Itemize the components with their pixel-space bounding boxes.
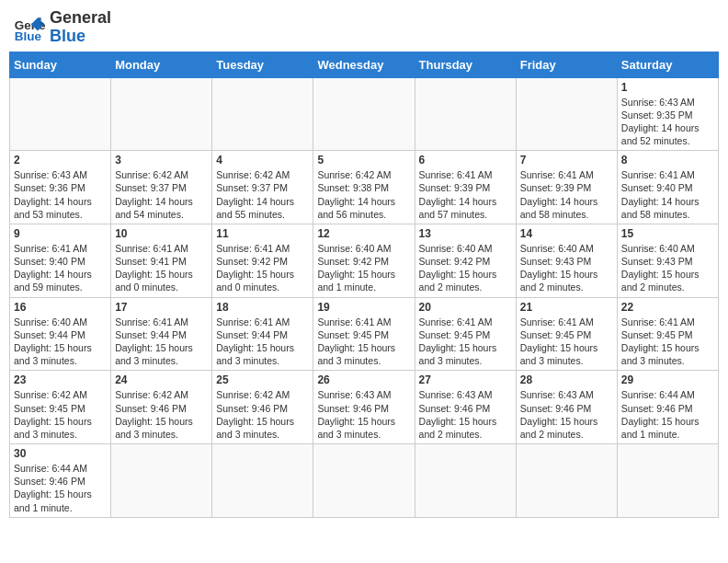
calendar-cell [212,77,313,151]
calendar-cell: 18Sunrise: 6:41 AM Sunset: 9:44 PM Dayli… [212,297,313,371]
calendar-cell [516,444,617,518]
weekday-header-thursday: Thursday [415,52,516,77]
calendar-cell: 12Sunrise: 6:40 AM Sunset: 9:42 PM Dayli… [313,224,415,297]
calendar-cell: 5Sunrise: 6:42 AM Sunset: 9:38 PM Daylig… [313,151,415,224]
day-info: Sunrise: 6:42 AM Sunset: 9:37 PM Dayligh… [115,168,208,221]
day-number: 21 [520,301,613,314]
calendar-cell: 24Sunrise: 6:42 AM Sunset: 9:46 PM Dayli… [111,371,212,444]
calendar-cell: 10Sunrise: 6:41 AM Sunset: 9:41 PM Dayli… [111,224,212,297]
calendar-cell: 29Sunrise: 6:44 AM Sunset: 9:46 PM Dayli… [617,371,718,444]
calendar-cell: 8Sunrise: 6:41 AM Sunset: 9:40 PM Daylig… [617,151,718,224]
day-info: Sunrise: 6:43 AM Sunset: 9:36 PM Dayligh… [14,168,107,221]
calendar-cell [212,444,313,518]
calendar-cell: 3Sunrise: 6:42 AM Sunset: 9:37 PM Daylig… [111,151,212,224]
day-info: Sunrise: 6:41 AM Sunset: 9:39 PM Dayligh… [419,168,512,221]
day-info: Sunrise: 6:43 AM Sunset: 9:46 PM Dayligh… [317,388,410,441]
logo-general-text: General [50,9,111,28]
day-number: 18 [216,301,309,314]
calendar-cell: 16Sunrise: 6:40 AM Sunset: 9:44 PM Dayli… [10,297,111,371]
day-info: Sunrise: 6:44 AM Sunset: 9:46 PM Dayligh… [621,388,714,441]
day-number: 27 [419,373,512,386]
calendar-cell [10,77,111,151]
calendar-cell: 7Sunrise: 6:41 AM Sunset: 9:39 PM Daylig… [516,151,617,224]
day-number: 8 [621,154,714,167]
calendar-week-6: 30Sunrise: 6:44 AM Sunset: 9:46 PM Dayli… [10,444,719,518]
weekday-header-wednesday: Wednesday [313,52,415,77]
day-info: Sunrise: 6:40 AM Sunset: 9:43 PM Dayligh… [621,242,714,294]
calendar-cell [111,444,212,518]
day-info: Sunrise: 6:41 AM Sunset: 9:40 PM Dayligh… [621,168,714,221]
calendar-cell: 27Sunrise: 6:43 AM Sunset: 9:46 PM Dayli… [415,371,516,444]
day-number: 11 [216,227,309,240]
calendar-cell: 2Sunrise: 6:43 AM Sunset: 9:36 PM Daylig… [10,151,111,224]
day-number: 26 [317,373,410,386]
day-info: Sunrise: 6:40 AM Sunset: 9:42 PM Dayligh… [419,242,512,294]
calendar-header: SundayMondayTuesdayWednesdayThursdayFrid… [10,52,719,77]
day-number: 23 [14,373,107,386]
day-number: 14 [520,227,613,240]
calendar-cell: 15Sunrise: 6:40 AM Sunset: 9:43 PM Dayli… [617,224,718,297]
day-info: Sunrise: 6:42 AM Sunset: 9:38 PM Dayligh… [317,168,410,221]
logo: General Blue General Blue [13,9,111,46]
logo-blue-text: Blue [50,28,111,46]
day-info: Sunrise: 6:41 AM Sunset: 9:41 PM Dayligh… [115,242,208,294]
weekday-header-monday: Monday [111,52,212,77]
day-info: Sunrise: 6:42 AM Sunset: 9:45 PM Dayligh… [14,388,107,441]
calendar-cell: 11Sunrise: 6:41 AM Sunset: 9:42 PM Dayli… [212,224,313,297]
day-number: 2 [14,154,107,167]
day-number: 9 [14,227,107,240]
calendar-cell [313,444,415,518]
calendar-cell [415,444,516,518]
calendar-cell: 17Sunrise: 6:41 AM Sunset: 9:44 PM Dayli… [111,297,212,371]
day-info: Sunrise: 6:41 AM Sunset: 9:39 PM Dayligh… [520,168,613,221]
calendar-table: SundayMondayTuesdayWednesdayThursdayFrid… [9,52,719,518]
page-header: General Blue General Blue [9,9,719,46]
calendar-body: 1Sunrise: 6:43 AM Sunset: 9:35 PM Daylig… [10,77,719,517]
calendar-cell: 19Sunrise: 6:41 AM Sunset: 9:45 PM Dayli… [313,297,415,371]
calendar-cell: 26Sunrise: 6:43 AM Sunset: 9:46 PM Dayli… [313,371,415,444]
calendar-week-3: 9Sunrise: 6:41 AM Sunset: 9:40 PM Daylig… [10,224,719,297]
day-info: Sunrise: 6:41 AM Sunset: 9:45 PM Dayligh… [419,316,512,368]
day-number: 20 [419,301,512,314]
day-info: Sunrise: 6:42 AM Sunset: 9:46 PM Dayligh… [216,388,309,441]
calendar-cell: 14Sunrise: 6:40 AM Sunset: 9:43 PM Dayli… [516,224,617,297]
calendar-cell: 1Sunrise: 6:43 AM Sunset: 9:35 PM Daylig… [617,77,718,151]
day-number: 16 [14,301,107,314]
calendar-cell: 25Sunrise: 6:42 AM Sunset: 9:46 PM Dayli… [212,371,313,444]
day-info: Sunrise: 6:41 AM Sunset: 9:45 PM Dayligh… [520,316,613,368]
calendar-cell: 20Sunrise: 6:41 AM Sunset: 9:45 PM Dayli… [415,297,516,371]
day-info: Sunrise: 6:40 AM Sunset: 9:43 PM Dayligh… [520,242,613,294]
calendar-cell: 30Sunrise: 6:44 AM Sunset: 9:46 PM Dayli… [10,444,111,518]
day-number: 1 [621,81,714,94]
calendar-cell: 21Sunrise: 6:41 AM Sunset: 9:45 PM Dayli… [516,297,617,371]
day-number: 24 [115,373,208,386]
day-number: 7 [520,154,613,167]
calendar-week-1: 1Sunrise: 6:43 AM Sunset: 9:35 PM Daylig… [10,77,719,151]
calendar-cell [111,77,212,151]
calendar-week-4: 16Sunrise: 6:40 AM Sunset: 9:44 PM Dayli… [10,297,719,371]
calendar-cell [516,77,617,151]
calendar-week-5: 23Sunrise: 6:42 AM Sunset: 9:45 PM Dayli… [10,371,719,444]
day-number: 5 [317,154,410,167]
day-info: Sunrise: 6:41 AM Sunset: 9:42 PM Dayligh… [216,242,309,294]
calendar-cell [617,444,718,518]
calendar-cell: 9Sunrise: 6:41 AM Sunset: 9:40 PM Daylig… [10,224,111,297]
weekday-header-tuesday: Tuesday [212,52,313,77]
day-info: Sunrise: 6:41 AM Sunset: 9:40 PM Dayligh… [14,242,107,294]
day-info: Sunrise: 6:42 AM Sunset: 9:37 PM Dayligh… [216,168,309,221]
calendar-cell [415,77,516,151]
day-info: Sunrise: 6:44 AM Sunset: 9:46 PM Dayligh… [14,462,107,514]
day-number: 19 [317,301,410,314]
day-number: 17 [115,301,208,314]
calendar-week-2: 2Sunrise: 6:43 AM Sunset: 9:36 PM Daylig… [10,151,719,224]
day-number: 4 [216,154,309,167]
day-number: 13 [419,227,512,240]
day-number: 25 [216,373,309,386]
day-number: 28 [520,373,613,386]
calendar-cell: 6Sunrise: 6:41 AM Sunset: 9:39 PM Daylig… [415,151,516,224]
calendar-cell: 28Sunrise: 6:43 AM Sunset: 9:46 PM Dayli… [516,371,617,444]
day-number: 12 [317,227,410,240]
day-number: 3 [115,154,208,167]
calendar-cell: 13Sunrise: 6:40 AM Sunset: 9:42 PM Dayli… [415,224,516,297]
calendar-cell: 22Sunrise: 6:41 AM Sunset: 9:45 PM Dayli… [617,297,718,371]
